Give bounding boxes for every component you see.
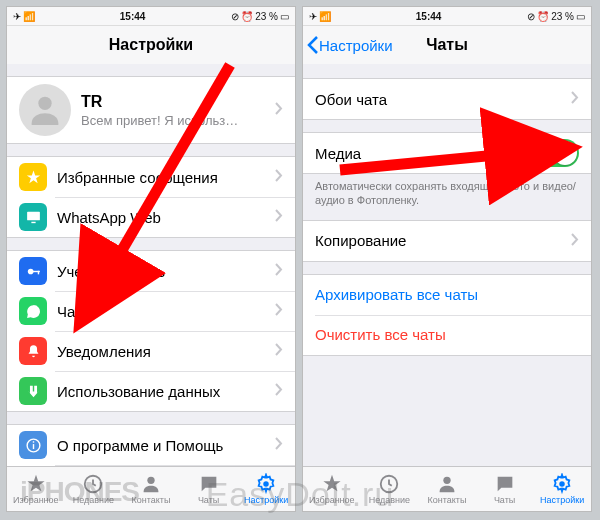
svg-rect-5: [37, 270, 38, 274]
navbar-chats: Настройки Чаты: [303, 26, 591, 65]
media-toggle[interactable]: [533, 139, 579, 167]
tab-favorites[interactable]: Избранное: [303, 467, 361, 511]
tab-recents[interactable]: Недавние: [65, 467, 123, 511]
row-clear-all[interactable]: Очистить все чаты: [303, 315, 591, 355]
group-about: О программе и Помощь Рассказать другу: [7, 424, 295, 467]
status-bar: ✈ 📶 15:44 ⊘⏰23 %▭: [303, 7, 591, 26]
data-icon: [19, 377, 47, 405]
chevron-right-icon: [571, 90, 579, 108]
row-whatsapp-web[interactable]: WhatsApp Web: [7, 197, 295, 237]
tab-chats[interactable]: Чаты: [180, 467, 238, 511]
row-data-usage[interactable]: Использование данных: [7, 371, 295, 411]
chevron-right-icon: [275, 262, 283, 280]
svg-point-14: [559, 481, 565, 487]
chevron-right-icon: [275, 101, 283, 119]
row-chat-wallpaper[interactable]: Обои чата: [303, 79, 591, 119]
row-chat-backup[interactable]: Копирование: [303, 221, 591, 261]
media-footer-note: Автоматически сохранять входящие фото и …: [303, 174, 591, 208]
chevron-right-icon: [275, 168, 283, 186]
row-account[interactable]: Учетная запись: [7, 251, 295, 291]
tab-settings[interactable]: Настройки: [237, 467, 295, 511]
tabbar: Избранное Недавние Контакты Чаты Настрой…: [7, 466, 295, 511]
info-icon: [19, 431, 47, 459]
chevron-right-icon: [275, 342, 283, 360]
avatar-icon: [19, 84, 71, 136]
key-icon: [19, 257, 47, 285]
phone-left-settings: ✈ 📶 15:44 ⊘⏰23 %▭ Настройки TR Всем прив…: [6, 6, 296, 512]
svg-point-10: [147, 477, 154, 484]
nav-title: Настройки: [7, 36, 295, 54]
status-bar: ✈ 📶 15:44 ⊘⏰23 %▭: [7, 7, 295, 26]
status-time: 15:44: [34, 11, 231, 22]
svg-rect-7: [32, 444, 33, 449]
tabbar: Избранное Недавние Контакты Чаты Настрой…: [303, 466, 591, 511]
row-starred-messages[interactable]: Избранные сообщения: [7, 157, 295, 197]
svg-point-11: [263, 481, 269, 487]
tab-settings[interactable]: Настройки: [533, 467, 591, 511]
chats-content[interactable]: Обои чата Медиа Автоматически сохранять …: [303, 64, 591, 467]
svg-point-0: [38, 97, 51, 110]
svg-rect-8: [32, 441, 33, 442]
desktop-icon: [19, 203, 47, 231]
chevron-right-icon: [275, 436, 283, 454]
back-label: Настройки: [319, 37, 393, 54]
tab-recents[interactable]: Недавние: [361, 467, 419, 511]
chevron-right-icon: [571, 232, 579, 250]
row-chats[interactable]: Чаты: [7, 291, 295, 331]
row-archive-all[interactable]: Архивировать все чаты: [303, 275, 591, 315]
star-icon: [19, 163, 47, 191]
chevron-right-icon: [275, 208, 283, 226]
tab-contacts[interactable]: Контакты: [122, 467, 180, 511]
settings-content[interactable]: TR Всем привет! Я использую W… Избранные…: [7, 64, 295, 467]
phone-right-chats: ✈ 📶 15:44 ⊘⏰23 %▭ Настройки Чаты Обои ча…: [302, 6, 592, 512]
navbar-settings: Настройки: [7, 26, 295, 65]
profile-status: Всем привет! Я использую W…: [81, 113, 241, 128]
profile-row[interactable]: TR Всем привет! Я использую W…: [7, 77, 295, 143]
chat-icon: [19, 297, 47, 325]
chevron-right-icon: [275, 302, 283, 320]
row-about-help[interactable]: О программе и Помощь: [7, 425, 295, 465]
svg-point-3: [27, 268, 33, 274]
row-notifications[interactable]: Уведомления: [7, 331, 295, 371]
svg-rect-1: [27, 211, 40, 220]
tab-chats[interactable]: Чаты: [476, 467, 534, 511]
svg-rect-2: [31, 221, 35, 222]
back-button[interactable]: Настройки: [303, 36, 393, 54]
bell-icon: [19, 337, 47, 365]
tab-favorites[interactable]: Избранное: [7, 467, 65, 511]
tab-contacts[interactable]: Контакты: [418, 467, 476, 511]
group-account: Учетная запись Чаты Уведомления Использо…: [7, 250, 295, 412]
group-starred: Избранные сообщения WhatsApp Web: [7, 156, 295, 238]
chevron-right-icon: [275, 382, 283, 400]
svg-point-13: [443, 477, 450, 484]
row-media-autosave[interactable]: Медиа: [303, 133, 591, 173]
profile-name: TR: [81, 93, 275, 111]
